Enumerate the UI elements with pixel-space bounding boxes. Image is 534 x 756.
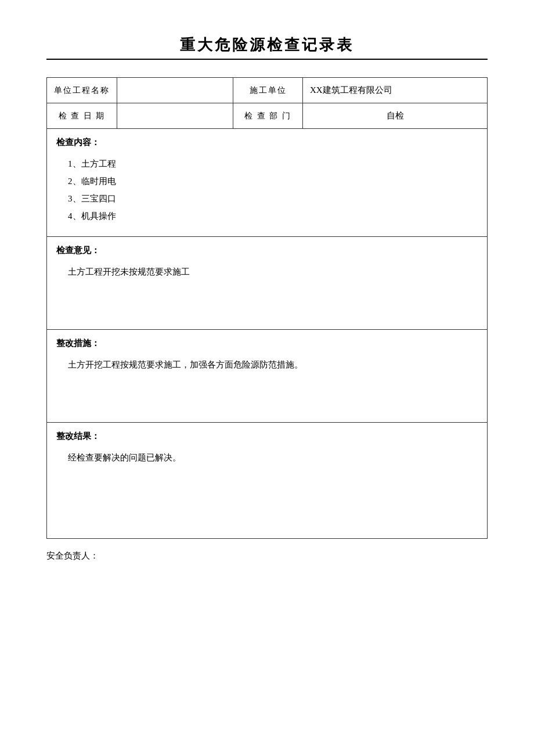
- measures-text: 土方开挖工程按规范要求施工，加强各方面危险源防范措施。: [56, 352, 478, 377]
- check-content-row: 检查内容： 1、土方工程 2、临时用电 3、三宝四口 4、机具操作: [47, 129, 488, 237]
- construction-unit-label: 施工单位: [233, 78, 303, 103]
- check-date-label: 检 查 日 期: [47, 103, 117, 129]
- check-opinion-row: 检查意见： 土方工程开挖未按规范要求施工: [47, 237, 488, 330]
- measures-row: 整改措施： 土方开挖工程按规范要求施工，加强各方面危险源防范措施。: [47, 330, 488, 423]
- page-title: 重大危险源检查记录表: [180, 35, 354, 55]
- result-row: 整改结果： 经检查要解决的问题已解决。: [47, 423, 488, 539]
- footer: 安全负责人：: [46, 550, 488, 561]
- header-row-1: 单位工程名称 施工单位 XX建筑工程有限公司: [47, 78, 488, 103]
- check-date-value: [117, 103, 233, 129]
- title-underline: [46, 59, 488, 60]
- unit-name-label: 单位工程名称: [47, 78, 117, 103]
- safety-label: 安全负责人：: [46, 551, 99, 560]
- unit-name-value: [117, 78, 233, 103]
- check-opinion-label: 检查意见：: [56, 245, 478, 260]
- check-opinion-text: 土方工程开挖未按规范要求施工: [56, 260, 478, 284]
- check-opinion-cell: 检查意见： 土方工程开挖未按规范要求施工: [47, 237, 488, 330]
- content-item-3: 3、三宝四口: [68, 190, 478, 207]
- check-content-label: 检查内容：: [56, 137, 478, 152]
- result-label: 整改结果：: [56, 431, 478, 445]
- header-row-2: 检 查 日 期 检 查 部 门 自检: [47, 103, 488, 129]
- page-title-container: 重大危险源检查记录表: [46, 35, 488, 60]
- content-item-4: 4、机具操作: [68, 207, 478, 225]
- content-item-1: 1、土方工程: [68, 155, 478, 172]
- main-table: 单位工程名称 施工单位 XX建筑工程有限公司 检 查 日 期 检 查 部 门 自…: [46, 77, 488, 539]
- check-content-items: 1、土方工程 2、临时用电 3、三宝四口 4、机具操作: [56, 152, 478, 228]
- construction-unit-value: XX建筑工程有限公司: [303, 78, 488, 103]
- check-dept-value: 自检: [303, 103, 488, 129]
- content-item-2: 2、临时用电: [68, 172, 478, 190]
- check-dept-label: 检 查 部 门: [233, 103, 303, 129]
- result-text: 经检查要解决的问题已解决。: [56, 445, 478, 470]
- measures-label: 整改措施：: [56, 338, 478, 352]
- result-cell: 整改结果： 经检查要解决的问题已解决。: [47, 423, 488, 539]
- check-content-cell: 检查内容： 1、土方工程 2、临时用电 3、三宝四口 4、机具操作: [47, 129, 488, 237]
- measures-cell: 整改措施： 土方开挖工程按规范要求施工，加强各方面危险源防范措施。: [47, 330, 488, 423]
